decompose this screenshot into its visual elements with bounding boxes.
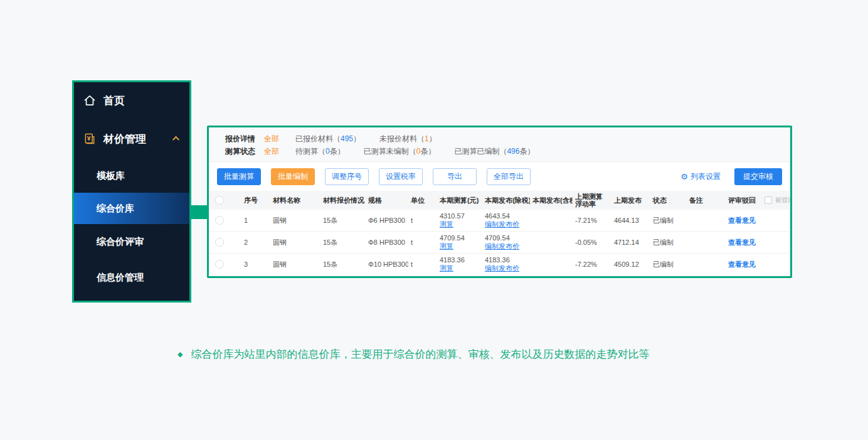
col-calc: 本期测算(元): [437, 196, 482, 205]
cell-float: -7.22%: [573, 260, 611, 268]
cell-seq: 2: [230, 239, 270, 246]
cell-status: 已编制: [650, 216, 687, 225]
home-icon: [83, 94, 97, 107]
col-prev: 上期发布: [611, 196, 650, 205]
sidebar-item-label: 模板库: [97, 170, 125, 182]
compile-publish-link[interactable]: 编制发布价: [485, 264, 527, 272]
sidebar-item-material-price[interactable]: 材价管理: [74, 119, 189, 159]
cell-prev: 4644.13: [611, 217, 650, 224]
cell-name: 圆钢: [270, 260, 320, 269]
col-name: 材料名称: [270, 196, 320, 205]
row-checkbox[interactable]: [209, 238, 230, 247]
row-checkbox[interactable]: [209, 216, 230, 225]
sidebar-item-home[interactable]: 首页: [74, 82, 189, 119]
col-spec: 规格: [366, 196, 408, 205]
cell-name: 圆钢: [270, 238, 320, 247]
gear-icon: ⚙: [680, 172, 688, 181]
cell-prev: 4712.14: [611, 239, 650, 246]
compile-publish-link[interactable]: 编制发布价: [485, 242, 527, 250]
cell-float: -7.21%: [573, 217, 611, 224]
cell-prev: 4509.12: [611, 260, 650, 268]
filter-option-calc-compiled[interactable]: 已测算已编制（496条）: [454, 146, 534, 157]
sidebar-item-composite-price-review[interactable]: 综合价评审: [74, 224, 189, 260]
export-button[interactable]: 导出: [433, 168, 477, 185]
sidebar-item-label: 信息价管理: [97, 272, 144, 284]
toolbar-right: ⚙ 列表设置 提交审核: [680, 168, 782, 185]
batch-calculate-button[interactable]: 批量测算: [217, 168, 261, 185]
filter-row-quote-detail: 报价详情 全部 已报价材料（495） 未报价材料（1）: [225, 132, 774, 145]
compile-publish-link[interactable]: 编制发布价: [485, 220, 527, 228]
chevron-up-icon[interactable]: [172, 136, 179, 143]
col-review: 评审驳回 被驳回综合价: [726, 196, 790, 205]
adjust-order-button[interactable]: 调整序号: [325, 168, 369, 185]
batch-compile-button[interactable]: 批量编制: [271, 168, 315, 185]
cell-seq: 1: [230, 217, 270, 224]
sidebar-item-composite-price-library[interactable]: 综合价库: [74, 193, 189, 224]
filter-label: 报价详情: [225, 134, 255, 144]
view-opinion-link[interactable]: 查看意见: [728, 216, 756, 225]
filter-all-link[interactable]: 全部: [264, 134, 279, 144]
price-doc-icon: [83, 132, 97, 146]
cell-unit: t: [408, 239, 437, 246]
cell-quote: 15条: [320, 260, 366, 269]
table-header: 序号 材料名称 材料报价情况 规格 单位 本期测算(元) 本期发布(除税) 本期…: [209, 191, 790, 210]
table-row: 3 圆钢 15条 Φ10 HPB300 t 4183.36测算 4183.36编…: [209, 254, 790, 276]
sidebar: 首页 材价管理 模板库 综合价库 综合价评审 信息价管理: [72, 80, 191, 303]
cell-name: 圆钢: [270, 216, 320, 225]
cell-unit: t: [408, 217, 437, 224]
calc-link[interactable]: 测算: [440, 220, 480, 228]
filter-option-quoted[interactable]: 已报价材料（495）: [295, 134, 361, 144]
cell-seq: 3: [230, 260, 270, 268]
col-quote: 材料报价情况: [320, 196, 366, 205]
filter-option-pending-calc[interactable]: 待测算（0条）: [295, 146, 345, 157]
page: { "sidebar": { "items": [ { "label": "首页…: [0, 0, 868, 440]
calc-link[interactable]: 测算: [440, 242, 480, 250]
cell-quote: 15条: [320, 238, 366, 247]
submit-review-button[interactable]: 提交审核: [734, 168, 782, 185]
filter-option-calc-uncompiled[interactable]: 已测算未编制（0条）: [364, 146, 436, 157]
col-remark: 备注: [687, 196, 726, 205]
cell-status: 已编制: [650, 238, 687, 247]
cell-pub-ex: 4709.54编制发布价: [482, 234, 530, 250]
checkbox-circle[interactable]: [215, 216, 224, 225]
set-tax-rate-button[interactable]: 设置税率: [379, 168, 423, 185]
sidebar-item-label: 材价管理: [103, 132, 146, 146]
filter-all-link[interactable]: 全部: [264, 146, 279, 157]
calc-link[interactable]: 测算: [440, 264, 480, 272]
row-checkbox[interactable]: [209, 260, 230, 269]
cell-pub-ex: 4183.36编制发布价: [482, 256, 530, 272]
filter-label: 测算状态: [225, 146, 255, 157]
caption: ◆ 综合价库为站里内部的信息价库，主要用于综合价的测算、审核、发布以及历史数据的…: [177, 347, 649, 362]
cell-float: -0.05%: [573, 239, 611, 246]
composite-price-panel: 报价详情 全部 已报价材料（495） 未报价材料（1） 测算状态 全部 待测算（…: [207, 126, 792, 278]
caption-text: 综合价库为站里内部的信息价库，主要用于综合价的测算、审核、发布以及历史数据的走势…: [191, 347, 649, 362]
checkbox-circle[interactable]: [215, 238, 224, 247]
sidebar-item-template-library[interactable]: 模板库: [74, 159, 189, 193]
filter-option-unquoted[interactable]: 未报价材料（1）: [379, 134, 437, 144]
cell-calc: 4709.54测算: [437, 234, 482, 250]
cell-pub-ex: 4643.54编制发布价: [482, 212, 530, 228]
sidebar-item-label: 综合价评审: [97, 236, 144, 248]
filter-row-calc-status: 测算状态 全部 待测算（0条） 已测算未编制（0条） 已测算已编制（496条）: [225, 145, 774, 158]
table-row: 2 圆钢 15条 Φ8 HPB300 t 4709.54测算 4709.54编制…: [209, 232, 790, 254]
cell-status: 已编制: [650, 260, 687, 269]
checkbox-circle[interactable]: [215, 260, 224, 269]
cell-unit: t: [408, 260, 437, 268]
cell-spec: Φ10 HPB300: [366, 260, 408, 268]
filter-bar: 报价详情 全部 已报价材料（495） 未报价材料（1） 测算状态 全部 待测算（…: [209, 127, 790, 162]
checkbox-circle[interactable]: [215, 196, 224, 205]
col-status: 状态: [650, 196, 687, 205]
cell-review: 查看意见: [726, 216, 790, 225]
rejected-filter-checkbox[interactable]: [765, 196, 772, 204]
cell-spec: Φ8 HPB300: [366, 239, 408, 246]
cell-spec: Φ6 HPB300: [366, 217, 408, 224]
cell-review: 查看意见: [726, 238, 790, 247]
list-settings-link[interactable]: ⚙ 列表设置: [680, 171, 721, 182]
cell-review: 查看意见: [726, 260, 790, 269]
select-all-checkbox[interactable]: [209, 196, 230, 205]
toolbar: 批量测算 批量编制 调整序号 设置税率 导出 全部导出 ⚙ 列表设置 提交审核: [209, 162, 790, 191]
view-opinion-link[interactable]: 查看意见: [728, 238, 756, 247]
export-all-button[interactable]: 全部导出: [487, 168, 531, 185]
sidebar-item-info-price-management[interactable]: 信息价管理: [74, 260, 189, 296]
view-opinion-link[interactable]: 查看意见: [728, 260, 756, 269]
